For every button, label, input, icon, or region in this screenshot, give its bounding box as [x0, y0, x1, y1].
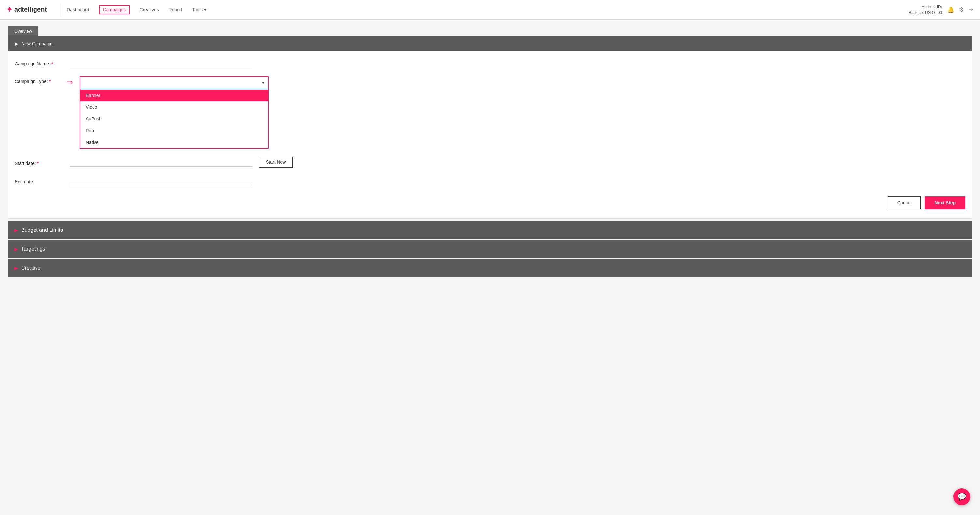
- end-date-label: End date:: [15, 179, 34, 184]
- logo-text: adtelligent: [14, 6, 47, 13]
- new-campaign-section: ▶ New Campaign Campaign Name: * Campaign…: [8, 36, 972, 219]
- dropdown-list: Banner Video AdPush Pop Native: [81, 89, 268, 148]
- account-info: Account ID: Balance: USD 0.00: [908, 4, 942, 16]
- main-nav: Dashboard Campaigns Creatives Report Too…: [67, 5, 908, 14]
- campaign-type-row: Campaign Type: * ⇒ ▾ Banner Video AdPush…: [15, 76, 965, 149]
- targetings-section-title: Targetings: [21, 246, 45, 252]
- tab-overview[interactable]: Overview: [8, 26, 38, 36]
- budget-section-title: Budget and Limits: [21, 227, 63, 233]
- dropdown-item-video[interactable]: Video: [81, 101, 268, 113]
- form-actions: Cancel Next Step: [15, 193, 965, 211]
- arrow-pointer-icon: ⇒: [67, 78, 76, 87]
- campaign-type-label: Campaign Type:: [15, 79, 48, 84]
- header-right: Account ID: Balance: USD 0.00 🔔 ⚙ ⇥: [908, 4, 974, 16]
- dropdown-item-pop[interactable]: Pop: [81, 125, 268, 136]
- logout-icon[interactable]: ⇥: [969, 6, 974, 13]
- nav-report[interactable]: Report: [169, 6, 182, 14]
- dropdown-item-banner[interactable]: Banner: [81, 90, 268, 101]
- main-content: Overview ▶ New Campaign Campaign Name: *…: [0, 19, 980, 285]
- start-date-row: Start date: * Start Now: [15, 157, 965, 168]
- balance: Balance: USD 0.00: [908, 10, 942, 16]
- section-arrow-icon: ▶: [15, 41, 18, 46]
- campaign-name-label: Campaign Name:: [15, 61, 50, 67]
- chevron-down-icon: ▾: [204, 7, 206, 13]
- logo[interactable]: ✦ adtelligent: [6, 6, 47, 14]
- start-date-label-cell: Start date: *: [15, 158, 64, 166]
- next-step-button[interactable]: Next Step: [924, 196, 965, 209]
- campaign-name-input[interactable]: [70, 59, 253, 68]
- end-date-input[interactable]: [70, 176, 253, 185]
- nav-campaigns[interactable]: Campaigns: [99, 5, 130, 14]
- end-date-row: End date:: [15, 176, 965, 185]
- targetings-arrow-icon: ▶: [14, 246, 18, 252]
- start-date-required: *: [37, 161, 38, 166]
- start-date-input[interactable]: [70, 157, 253, 167]
- gear-icon[interactable]: ⚙: [959, 6, 964, 13]
- new-campaign-header: ▶ New Campaign: [8, 36, 972, 51]
- nav-dashboard[interactable]: Dashboard: [67, 6, 89, 14]
- campaign-name-row: Campaign Name: *: [15, 59, 965, 68]
- targetings-section[interactable]: ▶ Targetings: [8, 240, 972, 258]
- campaign-type-required: *: [49, 79, 51, 84]
- campaign-type-label-cell: Campaign Type: *: [15, 76, 64, 84]
- campaign-type-dropdown[interactable]: ▾ Banner Video AdPush Pop Native: [80, 76, 269, 149]
- nav-tools[interactable]: Tools ▾: [192, 6, 207, 14]
- campaign-name-required: *: [51, 61, 53, 67]
- cancel-button[interactable]: Cancel: [888, 196, 921, 209]
- tab-bar: Overview: [8, 26, 972, 36]
- nav-creatives[interactable]: Creatives: [140, 6, 159, 14]
- header-icons: 🔔 ⚙ ⇥: [947, 6, 974, 13]
- budget-arrow-icon: ▶: [14, 228, 18, 233]
- account-id: Account ID:: [908, 4, 942, 10]
- new-campaign-title: New Campaign: [22, 41, 53, 46]
- header: ✦ adtelligent Dashboard Campaigns Creati…: [0, 0, 980, 19]
- campaign-name-label-cell: Campaign Name: *: [15, 59, 64, 67]
- dropdown-trigger[interactable]: ▾: [81, 77, 268, 89]
- start-now-button[interactable]: Start Now: [259, 157, 293, 168]
- logo-icon: ✦: [6, 6, 13, 14]
- chevron-down-icon: ▾: [262, 80, 264, 85]
- end-date-label-cell: End date:: [15, 176, 64, 184]
- creative-section[interactable]: ▶ Creative: [8, 259, 972, 277]
- creative-section-title: Creative: [21, 265, 41, 271]
- new-campaign-body: Campaign Name: * Campaign Type: * ⇒ ▾: [8, 51, 972, 219]
- dropdown-item-native[interactable]: Native: [81, 136, 268, 148]
- budget-and-limits-section[interactable]: ▶ Budget and Limits: [8, 221, 972, 239]
- dropdown-item-adpush[interactable]: AdPush: [81, 113, 268, 125]
- start-date-label: Start date:: [15, 161, 36, 166]
- creative-arrow-icon: ▶: [14, 265, 18, 271]
- bell-icon[interactable]: 🔔: [947, 6, 954, 13]
